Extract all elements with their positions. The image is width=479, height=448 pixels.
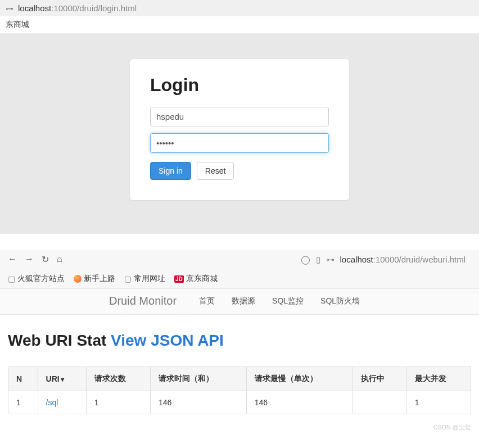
nav-home[interactable]: 首页 xyxy=(199,296,215,306)
reset-button[interactable]: Reset xyxy=(197,162,234,180)
key-icon: ⊶ xyxy=(6,4,13,13)
key-icon: ⊶ xyxy=(326,255,335,265)
bookmark-label: 常用网址 xyxy=(134,274,165,284)
jd-icon: JD xyxy=(174,275,184,283)
bookmark-getting-started[interactable]: 新手上路 xyxy=(74,274,115,284)
home-icon[interactable]: ⌂ xyxy=(57,254,62,265)
url-bar-bottom[interactable]: ◯ ▯ ⊶ localhost:10000/druid/weburi.html xyxy=(301,255,471,265)
cell-uri[interactable]: /sql xyxy=(38,391,86,414)
firefox-icon xyxy=(74,275,82,283)
cell-req-slowest: 146 xyxy=(246,391,353,414)
url-bar-top: ⊶ localhost:10000/druid/login.html xyxy=(0,0,479,16)
sort-desc-icon: ▼ xyxy=(60,376,66,383)
browser-nav-row: ← → ↻ ⌂ ◯ ▯ ⊶ localhost:10000/druid/webu… xyxy=(0,250,479,269)
col-max-concurrent[interactable]: 最大并发 xyxy=(406,367,471,391)
forward-icon[interactable]: → xyxy=(25,254,34,265)
nav-datasource[interactable]: 数据源 xyxy=(232,296,255,306)
url-host-bottom: localhost xyxy=(340,255,373,264)
col-req-slowest[interactable]: 请求最慢（单次） xyxy=(246,367,353,391)
folder-icon: ▢ xyxy=(8,274,15,283)
cell-max-concurrent: 1 xyxy=(406,391,471,414)
bookmark-firefox-official[interactable]: ▢ 火狐官方站点 xyxy=(8,274,65,284)
password-input[interactable] xyxy=(150,133,329,153)
shield-icon[interactable]: ◯ xyxy=(301,255,310,265)
back-icon[interactable]: ← xyxy=(8,254,17,265)
col-running[interactable]: 执行中 xyxy=(353,367,406,391)
content-area: Web URI Stat View JSON API N URI▼ 请求次数 请… xyxy=(0,315,479,420)
username-input[interactable] xyxy=(150,107,329,126)
cell-n: 1 xyxy=(8,391,38,414)
page-heading: Web URI Stat View JSON API xyxy=(8,332,471,350)
col-n[interactable]: N xyxy=(8,367,38,391)
nav-icons: ← → ↻ ⌂ xyxy=(8,254,62,265)
bookmark-jd-mall[interactable]: JD 京东商城 xyxy=(174,274,218,284)
url-path: :10000/druid/login.html xyxy=(51,3,137,13)
bookmark-label: 京东商城 xyxy=(186,274,218,284)
monitor-brand[interactable]: Druid Monitor xyxy=(109,295,177,307)
table-row: 1 /sql 1 146 146 1 xyxy=(8,391,471,414)
cell-running xyxy=(353,391,406,414)
view-json-api-link[interactable]: View JSON API xyxy=(111,332,224,349)
nav-sql-monitor[interactable]: SQL监控 xyxy=(272,296,304,306)
table-header-row: N URI▼ 请求次数 请求时间（和） 请求最慢（单次） 执行中 最大并发 xyxy=(8,367,471,391)
signin-button[interactable]: Sign in xyxy=(150,162,191,180)
cell-req-time-sum: 146 xyxy=(150,391,246,414)
heading-text: Web URI Stat xyxy=(8,332,111,349)
url-path-bottom: :10000/druid/weburi.html xyxy=(373,255,466,264)
login-buttons: Sign in Reset xyxy=(150,162,329,180)
page-icon: ▯ xyxy=(316,255,320,265)
col-req-time-sum[interactable]: 请求时间（和） xyxy=(150,367,246,391)
bookmark-row-top: 东商城 xyxy=(0,16,479,34)
url-host: localhost xyxy=(18,3,51,13)
cell-req-count: 1 xyxy=(86,391,150,414)
reload-icon[interactable]: ↻ xyxy=(42,254,49,265)
bookmark-label: 火狐官方站点 xyxy=(17,274,65,284)
login-card: Login Sign in Reset xyxy=(130,59,349,200)
col-req-count[interactable]: 请求次数 xyxy=(86,367,150,391)
monitor-nav-bar: Druid Monitor 首页 数据源 SQL监控 SQL防火墙 xyxy=(0,289,479,315)
bookmark-common-urls[interactable]: ▢ 常用网址 xyxy=(124,274,165,284)
nav-sql-firewall[interactable]: SQL防火墙 xyxy=(320,296,360,306)
url-text-top[interactable]: localhost:10000/druid/login.html xyxy=(18,3,137,13)
col-uri[interactable]: URI▼ xyxy=(38,367,86,391)
folder-icon: ▢ xyxy=(124,274,132,283)
watermark: CSDN @尘觉 xyxy=(0,420,479,435)
uri-stat-table: N URI▼ 请求次数 请求时间（和） 请求最慢（单次） 执行中 最大并发 1 … xyxy=(8,366,471,414)
bookmark-partial-label[interactable]: 东商城 xyxy=(6,20,29,29)
url-text-bottom: localhost:10000/druid/weburi.html xyxy=(340,255,466,264)
bookmark-toolbar: ▢ 火狐官方站点 新手上路 ▢ 常用网址 JD 京东商城 xyxy=(0,269,479,289)
login-title: Login xyxy=(150,75,329,96)
bookmark-label: 新手上路 xyxy=(84,274,115,284)
login-area: Login Sign in Reset xyxy=(0,34,479,234)
